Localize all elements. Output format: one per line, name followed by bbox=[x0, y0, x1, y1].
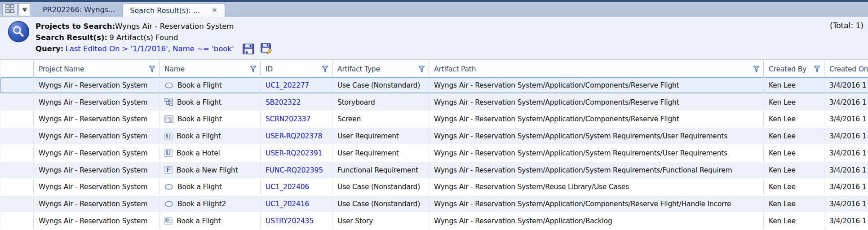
column-header-created_on[interactable]: Created On bbox=[824, 61, 868, 77]
cell-name: UBook a Hotel bbox=[159, 145, 261, 161]
created-on-text: 3/4/2016 1 bbox=[829, 217, 866, 225]
artifact-id-link[interactable]: SCRN202337 bbox=[266, 115, 310, 123]
artifact-path-text: Wyngs Air - Reservation System/Applicati… bbox=[434, 217, 612, 225]
application-window: PR202266: Wyngs... Search Result(s): ...… bbox=[0, 0, 868, 230]
cell-path: Wyngs Air - Reservation System/Applicati… bbox=[429, 128, 764, 144]
artifact-id-link[interactable]: UC1_202277 bbox=[266, 81, 309, 89]
tab-label: PR202266: Wyngs... bbox=[43, 5, 115, 14]
tab-list-dropdown-button[interactable] bbox=[19, 3, 30, 16]
artifact-id-link[interactable]: USTRY202435 bbox=[266, 217, 314, 225]
artifact-id-link[interactable]: UC1_202416 bbox=[266, 200, 309, 208]
table-row[interactable]: Wyngs Air - Reservation SystemFBook a Ne… bbox=[0, 162, 868, 179]
created-on-text: 3/4/2016 1 bbox=[829, 149, 866, 157]
cell-id: FUNC-RQ202395 bbox=[261, 162, 332, 178]
cell-type: Storyboard bbox=[332, 94, 429, 111]
cell-created_on: 3/4/2016 1 bbox=[824, 196, 868, 212]
save-icon[interactable] bbox=[243, 44, 254, 54]
svg-text:U: U bbox=[166, 133, 171, 140]
artifact-id-link[interactable]: SB202322 bbox=[266, 98, 301, 106]
cell-created_by: Ken Lee bbox=[764, 77, 824, 93]
column-header-label: Artifact Type bbox=[337, 65, 380, 73]
column-header-label: Project Name bbox=[39, 65, 84, 73]
func-req-icon: F bbox=[164, 166, 173, 174]
table-row[interactable]: Wyngs Air - Reservation SystemUBook a Ho… bbox=[0, 145, 868, 162]
filter-icon[interactable] bbox=[322, 66, 328, 73]
column-header-selector bbox=[0, 61, 34, 77]
cell-name: Book a Flight bbox=[159, 179, 261, 195]
user-story-icon: T bbox=[164, 217, 173, 225]
tab-pr202266[interactable]: PR202266: Wyngs... bbox=[35, 2, 122, 17]
show-all-tabs-button[interactable] bbox=[2, 3, 18, 16]
cell-type: Screen bbox=[332, 111, 429, 128]
artifact-name-text: Book a Flight bbox=[177, 217, 221, 225]
created-by-text: Ken Lee bbox=[769, 81, 796, 89]
column-header-type[interactable]: Artifact Type bbox=[332, 61, 429, 77]
cell-selector bbox=[0, 213, 34, 229]
cell-created_by: Ken Lee bbox=[764, 111, 824, 128]
filter-icon[interactable] bbox=[753, 66, 760, 73]
artifact-path-text: Wyngs Air - Reservation System/Applicati… bbox=[434, 166, 732, 174]
projects-to-search-value: Wyngs Air - Reservation System bbox=[115, 22, 234, 31]
query-label: Query: bbox=[35, 44, 63, 53]
tab-search-results[interactable]: Search Result(s): ... ✕ bbox=[122, 3, 225, 17]
cell-created_on: 3/4/2016 1 bbox=[824, 111, 868, 128]
cell-path: Wyngs Air - Reservation System/Applicati… bbox=[429, 162, 764, 178]
cell-created_by: Ken Lee bbox=[764, 179, 824, 195]
cell-created_by: Ken Lee bbox=[764, 162, 824, 178]
table-row[interactable]: Wyngs Air - Reservation SystemBook a Fli… bbox=[0, 94, 868, 111]
cell-path: Wyngs Air - Reservation System/Reuse Lib… bbox=[429, 179, 764, 195]
table-row[interactable]: Wyngs Air - Reservation SystemBook a Fli… bbox=[0, 77, 868, 94]
table-row[interactable]: Wyngs Air - Reservation SystemTBook a Fl… bbox=[0, 213, 868, 230]
artifact-path-text: Wyngs Air - Reservation System/Applicati… bbox=[434, 132, 727, 140]
cell-type: Use Case (Nonstandard) bbox=[332, 196, 429, 212]
table-row[interactable]: Wyngs Air - Reservation SystemUBook a Fl… bbox=[0, 128, 868, 145]
filter-icon[interactable] bbox=[814, 66, 820, 73]
column-header-path[interactable]: Artifact Path bbox=[429, 61, 764, 77]
cell-project: Wyngs Air - Reservation System bbox=[34, 179, 159, 195]
artifact-id-link[interactable]: USER-RQ202391 bbox=[266, 149, 322, 157]
column-header-label: Created By bbox=[769, 65, 806, 73]
artifact-path-text: Wyngs Air - Reservation System/Applicati… bbox=[434, 98, 679, 106]
artifact-id-link[interactable]: FUNC-RQ202395 bbox=[266, 166, 323, 174]
cell-created_on: 3/4/2016 1 bbox=[824, 94, 868, 111]
filter-icon[interactable] bbox=[250, 66, 257, 73]
table-row[interactable]: Wyngs Air - Reservation SystemBook a Fli… bbox=[0, 196, 868, 213]
search-results-label: Search Result(s): bbox=[35, 33, 107, 42]
column-header-created_by[interactable]: Created By bbox=[764, 61, 824, 77]
query-value-link[interactable]: Last Edited On > '1/1/2016', Name ~= 'bo… bbox=[65, 44, 234, 53]
cell-created_on: 3/4/2016 1 bbox=[824, 145, 868, 161]
tab-bar-buttons bbox=[0, 2, 30, 17]
artifact-id-link[interactable]: USER-RQ202378 bbox=[266, 132, 322, 140]
filter-icon[interactable] bbox=[149, 66, 155, 73]
artifact-path-text: Wyngs Air - Reservation System/Applicati… bbox=[434, 149, 727, 157]
column-header-project[interactable]: Project Name bbox=[34, 61, 159, 77]
artifact-type-text: Use Case (Nonstandard) bbox=[337, 81, 420, 89]
cell-selector bbox=[0, 111, 34, 128]
results-table: Project NameNameIDArtifact TypeArtifact … bbox=[0, 61, 868, 230]
column-header-id[interactable]: ID bbox=[261, 61, 332, 77]
artifact-name-text: Book a Flight bbox=[177, 115, 222, 123]
svg-text:T: T bbox=[166, 218, 168, 222]
cell-selector bbox=[0, 128, 34, 144]
close-icon[interactable]: ✕ bbox=[212, 6, 217, 14]
table-row[interactable]: Wyngs Air - Reservation SystemBook a Fli… bbox=[0, 111, 868, 128]
use-case-icon bbox=[164, 184, 173, 190]
cell-project: Wyngs Air - Reservation System bbox=[34, 94, 159, 111]
artifact-path-text: Wyngs Air - Reservation System/Applicati… bbox=[434, 115, 679, 123]
cell-type: User Requirement bbox=[332, 128, 429, 144]
created-on-text: 3/4/2016 1 bbox=[829, 115, 866, 123]
cell-created_by: Ken Lee bbox=[764, 145, 824, 161]
artifact-id-link[interactable]: UC1_202406 bbox=[266, 183, 309, 191]
filter-icon[interactable] bbox=[418, 66, 425, 73]
column-header-name[interactable]: Name bbox=[159, 61, 261, 77]
artifact-type-text: User Requirement bbox=[337, 149, 399, 157]
created-by-text: Ken Lee bbox=[769, 115, 796, 123]
search-results-line: Search Result(s):9 Artifact(s) Found bbox=[35, 32, 273, 43]
cell-name: UBook a Flight bbox=[159, 128, 261, 144]
artifact-type-text: Functional Requirement bbox=[337, 166, 418, 174]
search-summary-panel: Projects to Search:Wyngs Air - Reservati… bbox=[0, 17, 868, 60]
save-edit-icon[interactable] bbox=[261, 43, 273, 54]
cell-id: USTRY202435 bbox=[261, 213, 332, 229]
table-row[interactable]: Wyngs Air - Reservation SystemBook a Fli… bbox=[0, 179, 868, 196]
cell-path: Wyngs Air - Reservation System/Applicati… bbox=[429, 145, 764, 161]
